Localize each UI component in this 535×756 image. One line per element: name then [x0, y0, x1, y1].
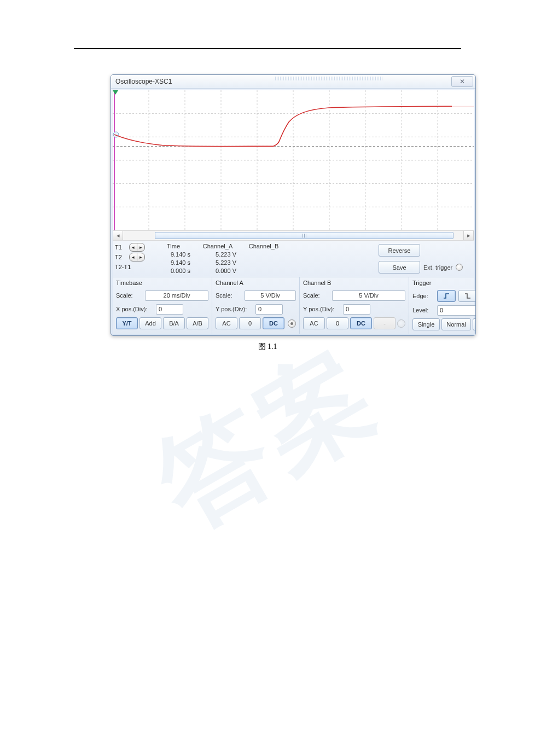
arrow-left-icon: ◂	[130, 243, 137, 251]
trigger-edge-rising[interactable]	[437, 290, 456, 302]
timebase-mode-add[interactable]: Add	[139, 317, 161, 329]
trigger-title: Trigger	[412, 280, 476, 286]
arrow-right-icon: ▸	[137, 243, 144, 251]
watermark: 答案	[131, 317, 404, 560]
channel-a-ypos-field[interactable]: 0	[255, 304, 283, 315]
save-button[interactable]: Save	[379, 261, 420, 274]
close-icon: ✕	[460, 78, 465, 85]
pane-timebase: Timebase Scale: 20 ms/Div X pos.(Div): 0…	[113, 277, 212, 334]
page-top-rule	[74, 48, 461, 49]
scrollbar-thumb[interactable]	[155, 232, 453, 239]
channel-b-ypos-label: Y pos.(Div):	[303, 306, 340, 312]
timebase-scale-label: Scale:	[116, 292, 142, 299]
channel-a-probe-indicator[interactable]	[288, 319, 296, 328]
readout-t1-chb	[241, 251, 287, 259]
channel-b-title: Channel B	[303, 280, 405, 286]
readout-t2-cha: 5.223 V	[195, 259, 241, 267]
channel-a-title: Channel A	[216, 280, 296, 286]
timebase-title: Timebase	[116, 280, 208, 286]
ext-trigger-label: Ext. trigger	[423, 264, 452, 271]
cursor-t1-label: T1	[115, 244, 127, 251]
scrollbar-grip-icon	[303, 234, 306, 237]
timebase-mode-ab[interactable]: A/B	[187, 317, 208, 329]
trigger-mode-auto[interactable]: Auto	[473, 318, 476, 330]
timebase-xpos-label: X pos.(Div):	[116, 306, 153, 312]
oscilloscope-plot[interactable]	[113, 90, 474, 230]
pane-channel-b: Channel B Scale: 5 V/Div Y pos.(Div): 0 …	[300, 277, 409, 334]
pane-channel-a: Channel A Scale: 5 V/Div Y pos.(Div): 0 …	[212, 277, 300, 334]
timebase-scale-field[interactable]: 20 ms/Div	[145, 290, 208, 301]
ext-trigger-radio[interactable]	[456, 264, 463, 271]
trigger-edge-label: Edge:	[412, 293, 434, 299]
pane-trigger: Trigger Edge: A B Ext Lev	[409, 277, 476, 334]
channel-a-zero[interactable]: 0	[239, 317, 261, 329]
falling-edge-icon	[464, 292, 472, 300]
cursor-diff-label: T2-T1	[115, 264, 131, 270]
channel-a-ypos-label: Y pos.(Div):	[216, 306, 253, 312]
channel-b-ac[interactable]: AC	[303, 317, 325, 329]
timebase-xpos-field[interactable]: 0	[156, 304, 183, 315]
window-close-button[interactable]: ✕	[451, 76, 473, 87]
trigger-level-label: Level:	[412, 307, 434, 313]
channel-b-scale-label: Scale:	[303, 292, 329, 299]
readout-header-chb: Channel_B	[241, 242, 287, 251]
channel-a-zero-marker[interactable]	[113, 132, 119, 137]
channel-a-ac[interactable]: AC	[216, 317, 237, 329]
channel-b-invert[interactable]: -	[374, 317, 396, 329]
reverse-button[interactable]: Reverse	[379, 244, 420, 257]
oscilloscope-window: Oscilloscope-XSC1 ✕	[111, 74, 476, 336]
trigger-edge-falling[interactable]	[458, 290, 476, 302]
figure-caption: 图 1.1	[0, 342, 535, 352]
rising-edge-icon	[443, 292, 450, 300]
arrow-right-icon: ▸	[137, 253, 144, 261]
readout-diff-chb	[241, 267, 287, 275]
window-titlebar[interactable]: Oscilloscope-XSC1 ✕	[111, 75, 475, 89]
cursor-t1-stepper[interactable]: ◂ ▸	[129, 243, 145, 252]
timebase-mode-yt[interactable]: Y/T	[116, 317, 138, 329]
control-panel: Timebase Scale: 20 ms/Div X pos.(Div): 0…	[113, 277, 474, 334]
readout-header-time: Time	[152, 242, 195, 251]
channel-a-scale-label: Scale:	[216, 292, 242, 299]
scrollbar-left-button[interactable]: ◂	[113, 231, 123, 240]
trigger-mode-single[interactable]: Single	[412, 318, 440, 330]
readout-diff-cha: 0.000 V	[195, 267, 241, 275]
channel-b-dc[interactable]: DC	[350, 317, 372, 329]
channel-a-dc[interactable]: DC	[263, 317, 284, 329]
readout-t2-chb	[241, 259, 287, 267]
readout-table: Time Channel_A Channel_B 9.140 s 5.223 V…	[152, 242, 287, 275]
arrow-left-icon: ◂	[130, 253, 137, 261]
channel-a-scale-field[interactable]: 5 V/Div	[245, 290, 296, 301]
trigger-level-field[interactable]: 0	[437, 305, 476, 316]
scrollbar-track[interactable]	[123, 231, 463, 240]
cursor-t2-stepper[interactable]: ◂ ▸	[129, 253, 145, 261]
readout-header-cha: Channel_A	[195, 242, 241, 251]
svg-point-16	[113, 132, 119, 137]
readout-t1-time: 9.140 s	[152, 251, 195, 259]
plot-scrollbar[interactable]: ◂ ▸	[113, 230, 474, 241]
scrollbar-right-button[interactable]: ▸	[463, 231, 474, 240]
readout-diff-time: 0.000 s	[152, 267, 195, 275]
trigger-mode-normal[interactable]: Normal	[441, 318, 471, 330]
channel-b-probe-indicator[interactable]	[397, 319, 405, 328]
readout-t2-time: 9.140 s	[152, 259, 195, 267]
readout-t1-cha: 5.223 V	[195, 251, 241, 259]
measurement-readout: T1 ◂ ▸ T2 ◂ ▸ T2-T1	[113, 241, 474, 277]
titlebar-decoration	[275, 77, 382, 80]
channel-b-ypos-field[interactable]: 0	[343, 304, 370, 315]
timebase-mode-ba[interactable]: B/A	[163, 317, 185, 329]
window-title: Oscilloscope-XSC1	[115, 78, 172, 85]
channel-b-scale-field[interactable]: 5 V/Div	[332, 290, 405, 301]
cursor-t2-label: T2	[115, 254, 127, 260]
channel-b-zero[interactable]: 0	[327, 317, 348, 329]
